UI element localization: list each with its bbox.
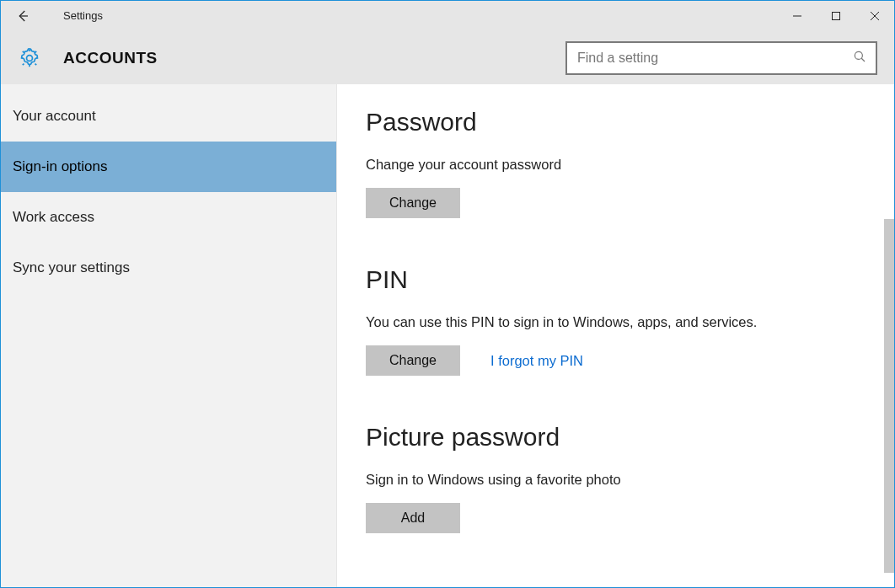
section-description: Sign in to Windows using a favorite phot… [366,472,874,488]
content: Password Change your account password Ch… [337,84,894,587]
section-title: Picture password [366,423,874,452]
sidebar-item-label: Your account [13,108,96,125]
section-pin: PIN You can use this PIN to sign in to W… [366,265,874,376]
section-password: Password Change your account password Ch… [366,108,874,218]
sidebar-item-work-access[interactable]: Work access [1,192,336,243]
change-pin-button[interactable]: Change [366,345,460,376]
section-title: Password [366,108,874,136]
sidebar-item-label: Work access [13,209,94,226]
header: ACCOUNTS [1,31,894,84]
section-picture-password: Picture password Sign in to Windows usin… [366,423,874,533]
section-description: Change your account password [366,157,874,173]
gear-icon [14,47,45,69]
section-description: You can use this PIN to sign in to Windo… [366,314,874,330]
window-controls [778,1,894,31]
window-title: Settings [63,9,103,22]
sidebar-item-label: Sync your settings [13,259,130,276]
sidebar-item-label: Sign-in options [13,158,107,175]
back-button[interactable] [4,1,41,31]
scrollbar-thumb[interactable] [884,219,894,573]
forgot-pin-link[interactable]: I forgot my PIN [490,353,583,369]
section-title: PIN [366,265,874,294]
sidebar-item-sign-in-options[interactable]: Sign-in options [1,142,336,192]
category-title: ACCOUNTS [63,49,158,67]
titlebar: Settings [1,1,894,31]
search-input[interactable] [577,51,852,66]
minimize-button[interactable] [778,1,817,31]
maximize-button[interactable] [817,1,855,31]
svg-point-4 [27,55,33,61]
search-icon [852,49,867,67]
sidebar-item-your-account[interactable]: Your account [1,91,336,142]
svg-point-5 [855,51,862,59]
close-button[interactable] [855,1,894,31]
sidebar: Your account Sign-in options Work access… [1,84,337,587]
change-password-button[interactable]: Change [366,188,460,218]
svg-line-6 [861,58,865,61]
svg-rect-1 [833,12,840,19]
body: Your account Sign-in options Work access… [1,84,894,587]
sidebar-item-sync-settings[interactable]: Sync your settings [1,243,336,293]
add-picture-password-button[interactable]: Add [366,503,460,533]
search-box[interactable] [565,41,877,75]
